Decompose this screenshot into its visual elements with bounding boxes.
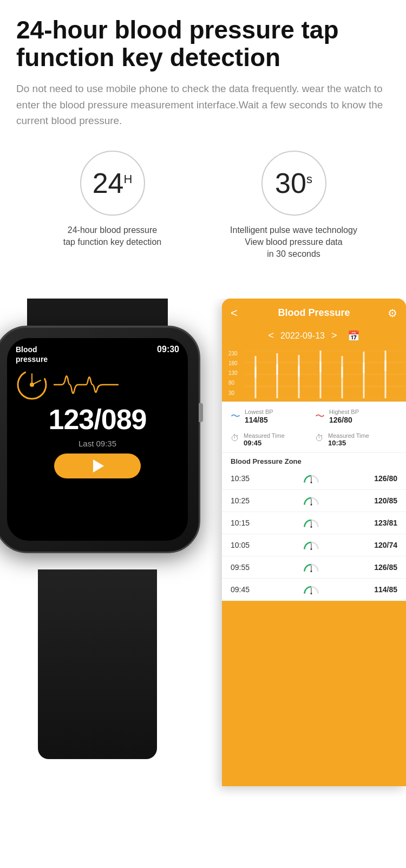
row-time: 09:45 xyxy=(231,585,263,594)
table-row: 10:35 126/80 xyxy=(222,468,406,490)
watch-play-button[interactable] xyxy=(54,454,141,478)
row-gauge xyxy=(263,495,359,506)
app-title: Blood Pressure xyxy=(247,307,381,319)
chart-y-130: 130 xyxy=(228,370,238,376)
row-bp: 123/81 xyxy=(359,519,397,527)
stat-highest-bp: 〜 Highest BP 126/80 xyxy=(315,409,397,425)
watch-time: 09:30 xyxy=(157,345,179,354)
row-gauge xyxy=(263,517,359,528)
feature-30s: 30s Intelligent pulse wave technology Vi… xyxy=(212,151,376,261)
feature-24h: 24H 24-hour blood pressure tap function … xyxy=(31,151,194,249)
svg-point-32 xyxy=(311,504,312,506)
stat-lowest-content: Lowest BP 114/85 xyxy=(245,409,273,425)
watch-wave xyxy=(54,374,179,396)
subtitle: Do not need to use mobile phone to check… xyxy=(16,81,390,128)
app-date-nav: < 2022-09-13 > 📅 xyxy=(222,326,406,347)
time-value-1: 09:45 xyxy=(244,439,285,447)
time-icon-2: ⏱ xyxy=(315,433,324,443)
watch-header: Bloodpressure 09:30 xyxy=(16,345,179,364)
row-time: 10:25 xyxy=(231,496,263,505)
app-back-button[interactable]: < xyxy=(231,306,247,320)
app-date-text: 2022-09-13 xyxy=(280,331,325,341)
app-date-prev-button[interactable]: < xyxy=(269,330,274,341)
zone-title: Blood Pressure Zone xyxy=(231,457,397,465)
svg-point-38 xyxy=(311,571,312,572)
row-time: 10:05 xyxy=(231,541,263,549)
feature-label-30s: Intelligent pulse wave technology View b… xyxy=(230,224,357,261)
row-gauge xyxy=(263,584,359,595)
app-calendar-icon[interactable]: 📅 xyxy=(348,330,359,342)
row-time: 10:15 xyxy=(231,519,263,527)
svg-point-36 xyxy=(311,548,312,550)
watch-band-top xyxy=(27,299,168,326)
time-label-1: Measured Time xyxy=(244,432,285,439)
row-bp: 126/85 xyxy=(359,563,397,572)
svg-point-34 xyxy=(311,526,312,528)
row-bp: 120/74 xyxy=(359,541,397,549)
row-gauge xyxy=(263,540,359,550)
chart-y-labels: 230 180 130 80 30 xyxy=(228,351,238,396)
chart-y-80: 80 xyxy=(228,380,238,386)
time-stat-1: ⏱ Measured Time 09:45 xyxy=(231,432,313,447)
svg-point-3 xyxy=(30,383,34,387)
lowest-bp-icon: 〜 xyxy=(231,410,240,423)
chart-y-30: 30 xyxy=(228,390,238,396)
row-bp: 126/80 xyxy=(359,474,397,483)
watch-reading: 123/089 xyxy=(16,403,179,436)
row-gauge xyxy=(263,562,359,573)
row-gauge xyxy=(263,473,359,484)
feature-value-30s: 30s xyxy=(275,169,312,197)
lowest-bp-label: Lowest BP xyxy=(245,409,273,415)
watch-band-bottom xyxy=(38,569,157,759)
feature-circle-24h: 24H xyxy=(80,151,145,216)
app-chart: 230 180 130 80 30 xyxy=(222,347,406,401)
time-label-2: Measured Time xyxy=(328,432,369,439)
app-settings-icon[interactable]: ⚙ xyxy=(381,307,397,320)
feature-circle-30s: 30s xyxy=(261,151,326,216)
app-table: 10:35 126/80 10:25 120/85 xyxy=(222,468,406,601)
lowest-bp-value: 114/85 xyxy=(245,416,268,424)
time-stat-2: ⏱ Measured Time 10:35 xyxy=(315,432,397,447)
app-zone-header: Blood Pressure Zone xyxy=(222,453,406,468)
table-row: 09:45 114/85 xyxy=(222,579,406,601)
time-icon-1: ⏱ xyxy=(231,433,239,443)
app-stats: 〜 Lowest BP 114/85 〜 Highest BP 126/80 xyxy=(222,401,406,429)
table-row: 10:15 123/81 xyxy=(222,512,406,534)
chart-y-230: 230 xyxy=(228,351,238,357)
feature-label-24h: 24-hour blood pressure tap function key … xyxy=(63,224,161,249)
stat-highest-content: Highest BP 126/80 xyxy=(329,409,359,425)
watch-gauge-area xyxy=(16,368,179,401)
row-bp: 120/85 xyxy=(359,496,397,505)
watch-last: Last 09:35 xyxy=(16,439,179,448)
highest-bp-value: 126/80 xyxy=(329,416,352,424)
svg-point-40 xyxy=(311,593,312,594)
table-row: 10:05 120/74 xyxy=(222,534,406,556)
watch-screen: Bloodpressure 09:30 xyxy=(7,338,188,541)
app-date-next-button[interactable]: > xyxy=(331,330,337,341)
watch-gauge-icon xyxy=(16,368,48,401)
table-row: 09:55 126/85 xyxy=(222,556,406,579)
watch-body: Bloodpressure 09:30 xyxy=(0,326,200,553)
chart-svg-container: 09:45 09:55 10:05 10:15 10:25 10:35 xyxy=(245,351,400,398)
feature-unit-24h: H xyxy=(123,172,132,185)
watch-bp-label: Bloodpressure xyxy=(16,345,48,364)
main-title: 24-hour blood pressure tap function key … xyxy=(16,16,390,71)
feature-value-24h: 24H xyxy=(93,169,133,197)
app-time-stats: ⏱ Measured Time 09:45 ⏱ Measured Time 10… xyxy=(222,429,406,453)
time-value-2: 10:35 xyxy=(328,439,369,447)
row-time: 10:35 xyxy=(231,474,263,483)
stat-lowest-bp: 〜 Lowest BP 114/85 xyxy=(231,409,313,425)
highest-bp-icon: 〜 xyxy=(315,410,325,423)
chart-y-180: 180 xyxy=(228,360,238,366)
row-bp: 114/85 xyxy=(359,585,397,594)
app-header: < Blood Pressure ⚙ xyxy=(222,299,406,326)
app-panel: < Blood Pressure ⚙ < 2022-09-13 > 📅 230 … xyxy=(222,299,406,786)
top-section: 24-hour blood pressure tap function key … xyxy=(0,0,406,299)
feature-unit-30s: s xyxy=(306,172,312,185)
time-content-1: Measured Time 09:45 xyxy=(244,432,285,447)
play-icon xyxy=(93,459,104,472)
composite-section: Bloodpressure 09:30 xyxy=(0,299,406,797)
watch-side-button[interactable] xyxy=(199,403,203,422)
watch-container: Bloodpressure 09:30 xyxy=(0,315,227,786)
highest-bp-label: Highest BP xyxy=(329,409,359,415)
